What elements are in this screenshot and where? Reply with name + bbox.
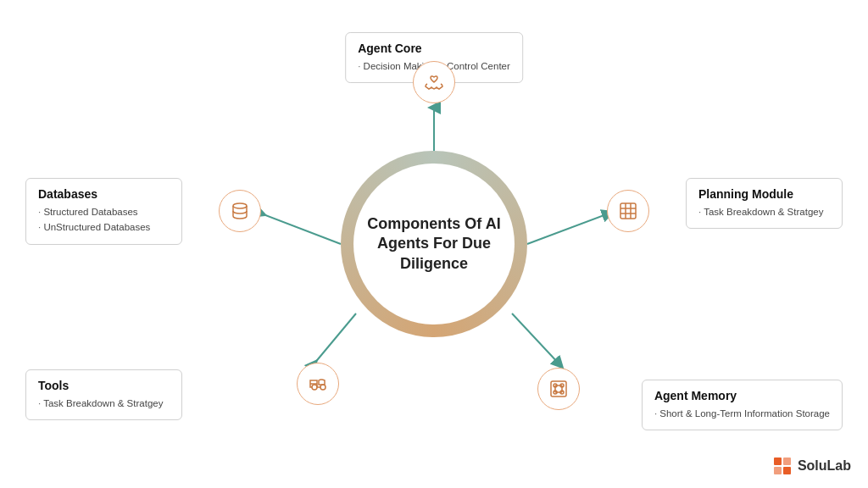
svg-point-17 — [320, 385, 326, 390]
card-memory: Agent Memory Short & Long-Term Informati… — [642, 380, 843, 430]
databases-item-2: UnStructured Databases — [38, 219, 170, 235]
svg-rect-27 — [774, 458, 782, 465]
svg-rect-29 — [774, 467, 782, 474]
databases-icon — [219, 190, 261, 232]
svg-line-9 — [512, 313, 559, 364]
svg-point-16 — [312, 385, 317, 390]
planning-icon — [607, 190, 649, 232]
tools-item-1: Task Breakdown & Stratgey — [38, 396, 170, 411]
memory-icon — [537, 368, 580, 410]
svg-rect-30 — [783, 467, 791, 474]
planning-item-1: Task Breakdown & Stratgey — [698, 204, 830, 219]
svg-rect-18 — [551, 381, 566, 396]
diagram-container: Components Of AI Agents For Due Diligenc… — [0, 0, 868, 488]
card-planning: Planning Module Task Breakdown & Stratge… — [686, 178, 843, 229]
svg-rect-11 — [620, 203, 636, 219]
tools-title: Tools — [38, 379, 170, 392]
tools-icon — [297, 363, 339, 405]
svg-rect-28 — [783, 458, 791, 465]
center-circle-inner: Components Of AI Agents For Due Diligenc… — [353, 164, 515, 324]
planning-title: Planning Module — [698, 187, 830, 201]
svg-line-6 — [261, 214, 341, 244]
agent-core-title: Agent Core — [358, 42, 510, 55]
solulab-logo-icon — [772, 456, 793, 476]
center-text: Components Of AI Agents For Due Diligenc… — [353, 206, 515, 282]
svg-line-7 — [527, 214, 609, 244]
logo-text: SoluLab — [798, 458, 851, 474]
memory-item-1: Short & Long-Term Information Storage — [654, 406, 830, 421]
svg-line-8 — [314, 313, 356, 364]
databases-title: Databases — [38, 187, 170, 201]
logo: SoluLab — [772, 456, 851, 476]
center-circle: Components Of AI Agents For Due Diligenc… — [341, 151, 527, 337]
databases-item-1: Structured Databases — [38, 204, 170, 219]
agent-core-icon — [413, 61, 455, 103]
svg-point-10 — [233, 203, 247, 208]
card-tools: Tools Task Breakdown & Stratgey — [25, 369, 182, 420]
card-databases: Databases Structured Databases UnStructu… — [25, 178, 182, 245]
memory-title: Agent Memory — [654, 389, 830, 402]
